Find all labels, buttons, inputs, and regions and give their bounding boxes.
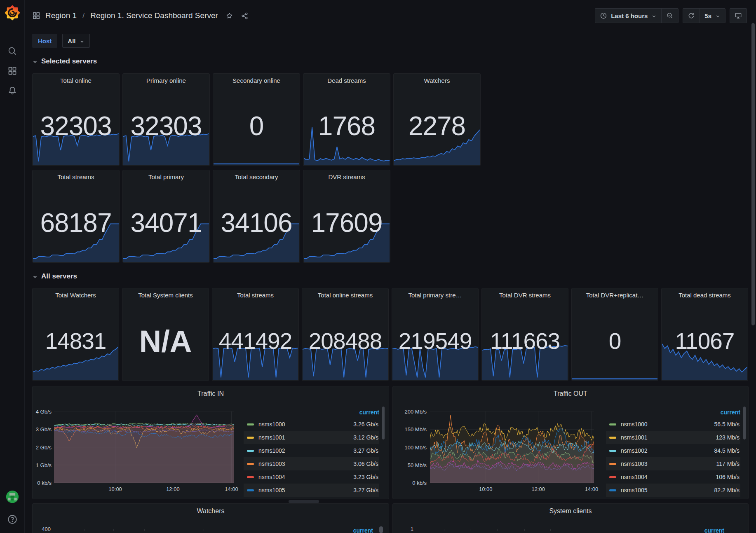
legend-scrollbar[interactable]: [743, 407, 746, 439]
legend-scrollbar[interactable]: [382, 407, 385, 439]
time-range-button[interactable]: Last 6 hours: [595, 9, 661, 23]
grafana-logo[interactable]: [5, 5, 20, 21]
kiosk-group: [730, 8, 747, 23]
alerting-bell-icon[interactable]: [7, 86, 17, 96]
series-name[interactable]: nsms1001: [258, 434, 353, 441]
stat-value: 17609: [303, 208, 390, 238]
legend-current-header[interactable]: current: [359, 409, 379, 416]
series-swatch: [609, 423, 616, 425]
series-name[interactable]: nsms1003: [258, 461, 353, 467]
breadcrumb-folder[interactable]: Region 1: [45, 11, 77, 20]
stat-panel-total-watchers-all: Total Watchers 14831: [32, 288, 119, 381]
series-current-value: 106 Mb/s: [716, 474, 740, 480]
series-swatch: [609, 450, 616, 452]
section-all-servers[interactable]: All servers: [32, 271, 749, 282]
y-axis: 4 Gb/s 3 Gb/s 2 Gb/s 1 Gb/s 0 kb/s: [35, 411, 52, 483]
refresh-button[interactable]: [683, 9, 700, 23]
panel-title[interactable]: Total DVR streams: [482, 288, 568, 299]
series-name[interactable]: nsms1004: [258, 474, 353, 480]
time-range-label: Last 6 hours: [611, 12, 648, 19]
legend-current-header[interactable]: current: [721, 409, 740, 416]
dashboard-grid-icon[interactable]: [32, 12, 40, 20]
panel-title[interactable]: Watchers: [394, 74, 480, 84]
star-icon[interactable]: [225, 12, 233, 20]
panel-title[interactable]: Secondary online: [213, 74, 300, 84]
panel-title[interactable]: System clients: [393, 504, 748, 515]
legend-current-header[interactable]: current: [704, 527, 724, 533]
stat-value: 2278: [394, 111, 480, 141]
variable-host-value: All: [68, 37, 75, 44]
refresh-interval-button[interactable]: 5s: [700, 9, 725, 23]
traffic-in-chart: [54, 411, 234, 483]
series-name[interactable]: nsms1002: [258, 447, 353, 454]
series-current-value: 3.06 Gb/s: [353, 461, 378, 467]
graph-panel-traffic-out: Traffic OUT 200 Mb/s 150 Mb/s 100 Mb/s 5…: [392, 386, 749, 499]
panel-title[interactable]: DVR streams: [303, 170, 390, 180]
legend-row: nsms1005 3.27 Gb/s: [244, 484, 379, 497]
panel-title[interactable]: Primary online: [123, 74, 209, 84]
breadcrumb-title[interactable]: Region 1. Service Dashboard Server: [90, 11, 218, 20]
panel-title[interactable]: Dead streams: [303, 74, 390, 84]
stat-panel-primary-online: Primary online 32303: [122, 73, 210, 166]
chevron-down-icon: [651, 13, 657, 19]
panel-title[interactable]: Total DVR+replicat…: [572, 288, 658, 299]
dashboards-icon[interactable]: [7, 66, 17, 76]
stat-panel-watchers: Watchers 2278: [393, 73, 481, 166]
series-name[interactable]: nsms1003: [621, 461, 716, 467]
graph-row: Traffic IN 4 Gb/s 3 Gb/s 2 Gb/s 1 Gb/s 0…: [32, 386, 749, 499]
y-tick-label: 3 Gb/s: [36, 426, 52, 432]
series-name[interactable]: nsms1005: [621, 487, 714, 493]
panel-title[interactable]: Total primary stre…: [392, 288, 478, 299]
panel-title[interactable]: Total streams: [33, 170, 119, 180]
variable-host-value-dropdown[interactable]: All: [62, 34, 89, 48]
x-axis: 10:00 12:00 14:00: [54, 486, 234, 493]
stat-value: 111663: [482, 328, 568, 354]
x-tick-label: 10:00: [108, 486, 122, 492]
series-name[interactable]: nsms1002: [621, 447, 714, 454]
panel-title[interactable]: Total online: [33, 74, 119, 84]
zoom-out-button[interactable]: [661, 9, 678, 23]
panel-title[interactable]: Total secondary: [213, 170, 300, 180]
legend-row: nsms1003 3.06 Gb/s: [244, 457, 379, 470]
stat-row-selected-1: Total online 32303 Primary online 32303 …: [32, 73, 749, 166]
series-current-value: 123 Mb/s: [716, 434, 740, 441]
main-area: Region 1 / Region 1. Service Dashboard S…: [25, 0, 756, 533]
clock-icon: [600, 12, 607, 19]
panel-title[interactable]: Total dead streams: [662, 288, 748, 299]
graph-panel-traffic-in: Traffic IN 4 Gb/s 3 Gb/s 2 Gb/s 1 Gb/s 0…: [32, 386, 389, 499]
y-tick-label: 150 Mb/s: [405, 426, 427, 432]
chevron-down-icon: [32, 274, 38, 279]
panel-title[interactable]: Traffic OUT: [393, 386, 748, 397]
series-name[interactable]: nsms1000: [621, 421, 714, 428]
series-name[interactable]: nsms1004: [621, 474, 716, 480]
stat-panel-dvr-streams: DVR streams 17609: [303, 170, 390, 263]
legend-current-header[interactable]: current: [353, 527, 373, 533]
legend-scrollbar[interactable]: [379, 526, 383, 533]
graph-panel-watchers-bottom: Watchers 400 current: [32, 503, 389, 533]
panel-title[interactable]: Total online streams: [302, 288, 388, 299]
user-avatar[interactable]: [6, 490, 19, 503]
series-name[interactable]: nsms1005: [258, 487, 353, 493]
panel-title[interactable]: Total Watchers: [33, 288, 119, 299]
search-icon[interactable]: [7, 46, 17, 56]
stat-value: 32303: [123, 111, 209, 141]
help-icon[interactable]: [7, 514, 18, 525]
page-scrollbar[interactable]: [751, 23, 755, 325]
series-name[interactable]: nsms1000: [258, 421, 353, 428]
section-selected-servers[interactable]: Selected servers: [32, 56, 749, 67]
cycle-view-button[interactable]: [730, 9, 747, 23]
stat-row-all-servers: Total Watchers 14831 Total System client…: [32, 288, 749, 381]
panel-title[interactable]: Watchers: [33, 504, 389, 515]
stat-value: 11067: [662, 328, 748, 354]
y-tick-label: 2 Gb/s: [36, 444, 52, 451]
traffic-out-chart: [430, 411, 594, 483]
panel-title[interactable]: Total primary: [123, 170, 209, 180]
horizontal-scrollbar[interactable]: [289, 500, 319, 503]
sidebar-bottom: [0, 490, 24, 525]
panel-title[interactable]: Total streams: [212, 288, 298, 299]
panel-title[interactable]: Traffic IN: [33, 386, 389, 397]
stat-value: 68187: [33, 208, 119, 238]
series-name[interactable]: nsms1001: [621, 434, 716, 441]
share-icon[interactable]: [241, 12, 249, 20]
panel-title[interactable]: Total System clients: [122, 288, 209, 299]
